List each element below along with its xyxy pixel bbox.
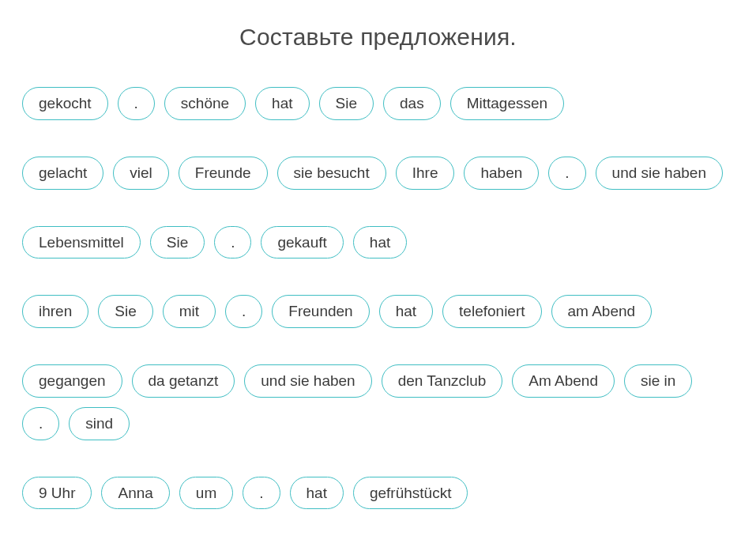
word-chip[interactable]: Freunde — [179, 157, 268, 190]
word-chip[interactable]: mit — [163, 295, 216, 328]
word-chip[interactable]: hat — [255, 87, 309, 120]
word-chip[interactable]: gelacht — [22, 157, 103, 190]
word-chip[interactable]: viel — [113, 157, 169, 190]
word-chip[interactable]: hat — [353, 226, 407, 259]
word-chip[interactable]: sie besucht — [277, 157, 386, 190]
sentence-row-6: 9 Uhr Anna um . hat gefrühstückt — [22, 477, 734, 510]
word-chip[interactable]: schöne — [164, 87, 246, 120]
word-chip[interactable]: Sie — [319, 87, 374, 120]
word-chip[interactable]: gekocht — [22, 87, 108, 120]
word-chip[interactable]: da getanzt — [132, 364, 235, 398]
word-chip[interactable]: Anna — [101, 477, 169, 510]
word-chip[interactable]: Freunden — [272, 295, 369, 328]
word-chip[interactable]: . — [22, 407, 59, 440]
word-chip[interactable]: gefrühstückt — [353, 477, 468, 510]
word-chip[interactable]: und sie haben — [244, 364, 371, 398]
sentence-row-1: gekocht . schöne hat Sie das Mittagessen — [22, 87, 734, 120]
word-chip[interactable]: . — [548, 157, 585, 190]
word-chip[interactable]: hat — [290, 477, 344, 510]
word-chip[interactable]: haben — [464, 157, 539, 190]
word-chip[interactable]: Lebensmittel — [22, 226, 141, 259]
sentence-row-5: gegangen da getanzt und sie haben den Ta… — [22, 364, 734, 440]
sentence-row-4: ihren Sie mit . Freunden hat telefoniert… — [22, 295, 734, 328]
word-chip[interactable]: hat — [379, 295, 433, 328]
word-chip[interactable]: sie in — [624, 364, 692, 398]
sentence-row-2: gelacht viel Freunde sie besucht Ihre ha… — [22, 157, 734, 190]
word-chip[interactable]: Sie — [98, 295, 152, 328]
word-chip[interactable]: Ihre — [396, 157, 455, 190]
word-chip[interactable]: Sie — [150, 226, 205, 259]
word-chip[interactable]: . — [118, 87, 155, 120]
word-chip[interactable]: um — [179, 477, 233, 510]
word-chip[interactable]: das — [383, 87, 441, 120]
word-chip[interactable]: . — [214, 226, 251, 259]
page-title: Составьте предложения. — [22, 24, 734, 51]
word-chip[interactable]: am Abend — [551, 295, 653, 328]
word-chip[interactable]: Mittagessen — [450, 87, 564, 120]
word-chip[interactable]: den Tanzclub — [382, 364, 503, 398]
word-chip[interactable]: ihren — [22, 295, 88, 328]
word-chip[interactable]: telefoniert — [442, 295, 541, 328]
word-chip[interactable]: . — [243, 477, 280, 510]
word-chip[interactable]: . — [225, 295, 262, 328]
word-chip[interactable]: gekauft — [261, 226, 343, 259]
word-chip[interactable]: und sie haben — [596, 157, 723, 190]
word-chip[interactable]: sind — [69, 407, 130, 440]
word-chip[interactable]: 9 Uhr — [22, 477, 92, 510]
word-chip[interactable]: Am Abend — [512, 364, 615, 398]
exercise-container: Составьте предложения. gekocht . schöne … — [0, 0, 756, 509]
sentence-row-3: Lebensmittel Sie . gekauft hat — [22, 226, 734, 259]
word-chip[interactable]: gegangen — [22, 364, 122, 398]
